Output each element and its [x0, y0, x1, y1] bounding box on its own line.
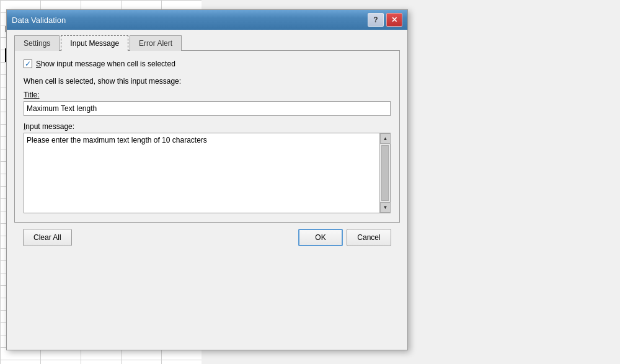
tabs: Settings Input Message Error Alert — [14, 35, 400, 51]
ok-button[interactable]: OK — [298, 229, 343, 246]
description-text: When cell is selected, show this input m… — [24, 77, 391, 86]
scroll-up-arrow[interactable]: ▲ — [380, 133, 391, 144]
cancel-button[interactable]: Cancel — [347, 229, 391, 246]
dialog-titlebar: Data Validation ? ✕ — [7, 10, 407, 30]
dialog-title: Data Validation — [12, 16, 66, 25]
dialog-footer: Clear All OK Cancel — [14, 223, 400, 246]
checkbox-row: ✓ Show input message when cell is select… — [24, 60, 391, 68]
vertical-scrollbar[interactable]: ▲ ▼ — [379, 133, 390, 213]
tab-panel-input-message: ✓ Show input message when cell is select… — [14, 51, 400, 223]
show-message-checkbox[interactable]: ✓ — [24, 60, 32, 68]
tab-error-alert[interactable]: Error Alert — [130, 35, 182, 51]
titlebar-buttons: ? ✕ — [368, 13, 402, 27]
tab-input-message[interactable]: Input Message — [61, 35, 128, 51]
help-button[interactable]: ? — [368, 13, 384, 27]
checkbox-label: Show input message when cell is selected — [36, 60, 175, 68]
title-field-label: Title: — [24, 91, 391, 99]
clear-all-button[interactable]: Clear All — [23, 229, 72, 246]
message-field-label: Input message: — [24, 122, 391, 131]
textarea-container: ▲ ▼ — [24, 133, 391, 213]
footer-right-buttons: OK Cancel — [298, 229, 391, 246]
message-textarea[interactable] — [24, 133, 379, 213]
scroll-down-arrow[interactable]: ▼ — [380, 202, 391, 213]
close-button[interactable]: ✕ — [386, 13, 402, 27]
scroll-thumb[interactable] — [381, 145, 389, 201]
title-input[interactable] — [24, 101, 391, 116]
data-validation-dialog: Data Validation ? ✕ Settings Input Messa… — [6, 9, 408, 350]
tab-settings[interactable]: Settings — [14, 35, 60, 51]
dialog-content: Settings Input Message Error Alert ✓ Sho… — [7, 30, 407, 254]
